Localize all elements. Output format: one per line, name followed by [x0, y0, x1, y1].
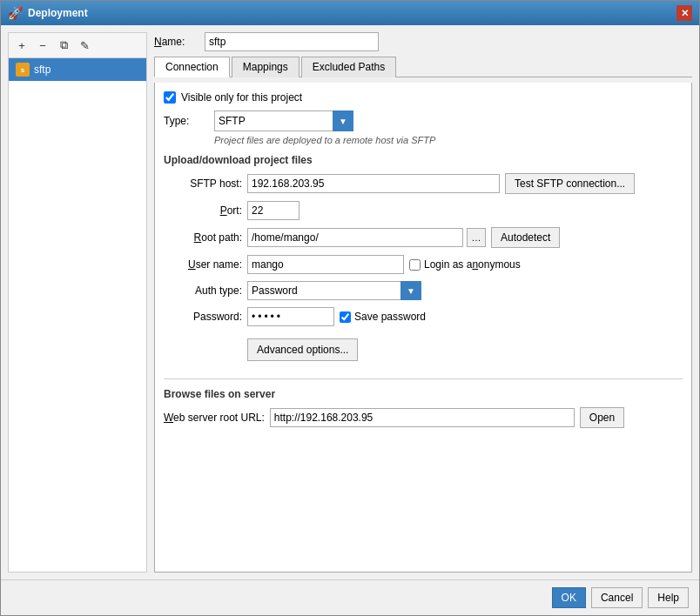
- anonymous-row: Login as anonymous: [409, 258, 521, 271]
- sftp-host-input[interactable]: [247, 174, 500, 193]
- title-bar-left: 🚀 Deployment: [8, 6, 88, 20]
- visible-only-row: Visible only for this project: [164, 91, 683, 104]
- dialog-icon: 🚀: [8, 6, 23, 20]
- root-path-label: Root path:: [164, 231, 242, 244]
- help-button[interactable]: Help: [648, 587, 689, 608]
- name-input[interactable]: [205, 32, 379, 51]
- type-select-wrapper: SFTP ▼: [214, 110, 353, 131]
- type-description: Project files are deployed to a remote h…: [214, 135, 683, 145]
- web-url-row: Web server root URL: Open: [164, 407, 683, 428]
- name-label: Name:: [154, 36, 198, 48]
- dialog-title: Deployment: [28, 7, 88, 19]
- password-input[interactable]: [247, 307, 334, 326]
- port-row: Port:: [164, 201, 683, 220]
- upload-section-header: Upload/download project files: [164, 154, 683, 166]
- save-password-label: Save password: [354, 311, 426, 323]
- browse-path-button[interactable]: …: [467, 228, 486, 247]
- tab-bar: Connection Mappings Excluded Paths: [154, 57, 692, 77]
- ok-button[interactable]: OK: [552, 587, 586, 608]
- root-path-input[interactable]: [247, 228, 463, 247]
- open-button[interactable]: Open: [580, 407, 624, 428]
- tab-mappings[interactable]: Mappings: [232, 57, 300, 77]
- username-input[interactable]: [247, 255, 404, 274]
- web-url-input[interactable]: [270, 408, 575, 427]
- username-label: User name:: [164, 258, 242, 271]
- tab-content-connection: Visible only for this project Type: SFTP…: [154, 83, 692, 572]
- password-row: Password: Save password: [164, 307, 683, 326]
- sidebar: + − ⧉ ✎ s sftp: [8, 32, 147, 572]
- sftp-host-row: SFTP host: Test SFTP connection...: [164, 173, 683, 194]
- sidebar-item-label: sftp: [34, 64, 50, 76]
- test-sftp-button[interactable]: Test SFTP connection...: [505, 173, 635, 194]
- save-password-row: Save password: [340, 311, 426, 323]
- add-server-button[interactable]: +: [12, 36, 31, 55]
- type-select[interactable]: SFTP: [214, 110, 353, 131]
- type-row: Type: SFTP ▼: [164, 110, 683, 131]
- close-button[interactable]: ✕: [676, 5, 692, 21]
- browse-section-header: Browse files on server: [164, 388, 683, 400]
- sftp-host-label: SFTP host:: [164, 177, 242, 190]
- auth-type-label: Auth type:: [164, 285, 242, 297]
- dialog-body: + − ⧉ ✎ s sftp Name: Connection: [1, 25, 699, 579]
- advanced-row: Advanced options...: [164, 333, 683, 372]
- deployment-dialog: 🚀 Deployment ✕ + − ⧉ ✎ s sftp Name:: [0, 0, 700, 616]
- password-label: Password:: [164, 311, 242, 323]
- username-row: User name: Login as anonymous: [164, 255, 683, 274]
- sftp-icon: s: [16, 63, 30, 77]
- auth-type-select[interactable]: Password Key pair OpenSSH config and aut…: [247, 281, 421, 300]
- port-input[interactable]: [247, 201, 300, 220]
- web-url-label: Web server root URL:: [164, 412, 265, 424]
- remove-server-button[interactable]: −: [33, 36, 52, 55]
- cancel-button[interactable]: Cancel: [591, 587, 643, 608]
- dialog-footer: OK Cancel Help: [1, 579, 699, 615]
- sidebar-item-sftp[interactable]: s sftp: [9, 58, 146, 81]
- rootpath-wrapper: …: [247, 228, 486, 247]
- save-password-checkbox[interactable]: [340, 311, 351, 323]
- root-path-row: Root path: … Autodetect: [164, 227, 683, 248]
- port-label: Port:: [164, 204, 242, 217]
- visible-only-label: Visible only for this project: [181, 91, 302, 104]
- title-bar: 🚀 Deployment ✕: [1, 1, 699, 25]
- tab-excluded-paths[interactable]: Excluded Paths: [301, 57, 396, 77]
- type-label: Type:: [164, 115, 207, 127]
- anonymous-label: Login as anonymous: [424, 258, 521, 271]
- autodetect-button[interactable]: Autodetect: [491, 227, 560, 248]
- copy-server-button[interactable]: ⧉: [54, 36, 73, 55]
- tab-connection[interactable]: Connection: [154, 57, 230, 77]
- main-panel: Name: Connection Mappings Excluded Paths: [154, 32, 692, 572]
- browse-section: Browse files on server Web server root U…: [164, 378, 683, 428]
- auth-type-select-wrapper: Password Key pair OpenSSH config and aut…: [247, 281, 421, 300]
- advanced-options-button[interactable]: Advanced options...: [247, 338, 358, 361]
- edit-server-button[interactable]: ✎: [75, 36, 94, 55]
- sidebar-toolbar: + − ⧉ ✎: [9, 33, 146, 58]
- visible-only-checkbox[interactable]: [164, 91, 176, 104]
- auth-type-row: Auth type: Password Key pair OpenSSH con…: [164, 281, 683, 300]
- anonymous-checkbox[interactable]: [409, 259, 421, 271]
- name-row: Name:: [154, 32, 692, 51]
